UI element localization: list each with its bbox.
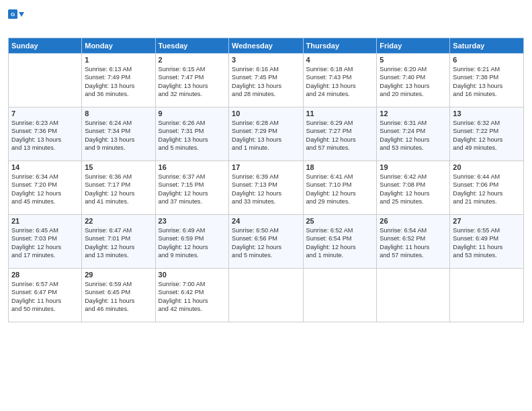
calendar-cell: 14Sunrise: 6:34 AM Sunset: 7:20 PM Dayli…: [9, 161, 82, 215]
calendar-cell: 4Sunrise: 6:18 AM Sunset: 7:43 PM Daylig…: [303, 54, 377, 107]
calendar-cell: 21Sunrise: 6:45 AM Sunset: 7:03 PM Dayli…: [9, 215, 82, 269]
day-info: Sunrise: 6:50 AM Sunset: 6:56 PM Dayligh…: [232, 226, 300, 260]
day-number: 10: [232, 109, 300, 118]
calendar-cell: 29Sunrise: 6:59 AM Sunset: 6:45 PM Dayli…: [82, 269, 155, 322]
calendar-cell: 16Sunrise: 6:37 AM Sunset: 7:15 PM Dayli…: [155, 161, 228, 215]
calendar-cell: 26Sunrise: 6:54 AM Sunset: 6:52 PM Dayli…: [377, 215, 450, 269]
calendar-cell: 17Sunrise: 6:39 AM Sunset: 7:13 PM Dayli…: [229, 161, 303, 215]
calendar-cell: 8Sunrise: 6:24 AM Sunset: 7:34 PM Daylig…: [82, 107, 155, 161]
day-number: 26: [380, 217, 447, 225]
week-row-3: 14Sunrise: 6:34 AM Sunset: 7:20 PM Dayli…: [9, 161, 524, 215]
day-info: Sunrise: 7:00 AM Sunset: 6:42 PM Dayligh…: [159, 280, 226, 314]
day-number: 9: [159, 109, 226, 118]
calendar-cell: 6Sunrise: 6:21 AM Sunset: 7:38 PM Daylig…: [450, 54, 524, 107]
calendar-cell: 25Sunrise: 6:52 AM Sunset: 6:54 PM Dayli…: [303, 215, 377, 269]
day-number: 22: [85, 217, 152, 225]
week-row-4: 21Sunrise: 6:45 AM Sunset: 7:03 PM Dayli…: [9, 215, 524, 269]
day-info: Sunrise: 6:44 AM Sunset: 7:06 PM Dayligh…: [453, 173, 521, 206]
header: G: [8, 7, 524, 32]
day-info: Sunrise: 6:54 AM Sunset: 6:52 PM Dayligh…: [380, 226, 447, 260]
col-header-saturday: Saturday: [450, 38, 524, 54]
day-info: Sunrise: 6:28 AM Sunset: 7:29 PM Dayligh…: [232, 119, 300, 152]
day-info: Sunrise: 6:21 AM Sunset: 7:38 PM Dayligh…: [453, 65, 521, 99]
day-number: 20: [453, 163, 521, 171]
day-info: Sunrise: 6:34 AM Sunset: 7:20 PM Dayligh…: [11, 173, 79, 206]
day-number: 29: [85, 271, 152, 279]
calendar-cell: 9Sunrise: 6:26 AM Sunset: 7:31 PM Daylig…: [155, 107, 228, 161]
day-number: 17: [232, 163, 300, 171]
calendar-cell: [229, 269, 303, 322]
day-number: 19: [380, 163, 447, 171]
day-number: 3: [232, 56, 300, 64]
day-number: 4: [306, 56, 374, 64]
calendar-cell: 1Sunrise: 6:13 AM Sunset: 7:49 PM Daylig…: [82, 54, 155, 107]
day-info: Sunrise: 6:13 AM Sunset: 7:49 PM Dayligh…: [85, 65, 152, 99]
calendar-cell: 20Sunrise: 6:44 AM Sunset: 7:06 PM Dayli…: [450, 161, 524, 215]
week-row-2: 7Sunrise: 6:23 AM Sunset: 7:36 PM Daylig…: [9, 107, 524, 161]
day-info: Sunrise: 6:36 AM Sunset: 7:17 PM Dayligh…: [85, 173, 152, 206]
col-header-wednesday: Wednesday: [229, 38, 303, 54]
col-header-monday: Monday: [82, 38, 155, 54]
logo: G: [8, 9, 24, 32]
day-info: Sunrise: 6:23 AM Sunset: 7:36 PM Dayligh…: [11, 119, 79, 152]
day-number: 14: [11, 163, 79, 171]
week-row-1: 1Sunrise: 6:13 AM Sunset: 7:49 PM Daylig…: [9, 54, 524, 107]
calendar-cell: 28Sunrise: 6:57 AM Sunset: 6:47 PM Dayli…: [9, 269, 82, 322]
calendar-cell: 22Sunrise: 6:47 AM Sunset: 7:01 PM Dayli…: [82, 215, 155, 269]
calendar-cell: 30Sunrise: 7:00 AM Sunset: 6:42 PM Dayli…: [155, 269, 228, 322]
col-header-friday: Friday: [377, 38, 450, 54]
day-number: 13: [453, 109, 521, 118]
calendar-cell: 10Sunrise: 6:28 AM Sunset: 7:29 PM Dayli…: [229, 107, 303, 161]
day-info: Sunrise: 6:31 AM Sunset: 7:24 PM Dayligh…: [380, 119, 447, 152]
calendar-body: 1Sunrise: 6:13 AM Sunset: 7:49 PM Daylig…: [9, 54, 524, 322]
day-info: Sunrise: 6:57 AM Sunset: 6:47 PM Dayligh…: [11, 280, 79, 314]
day-info: Sunrise: 6:37 AM Sunset: 7:15 PM Dayligh…: [159, 173, 226, 206]
day-info: Sunrise: 6:52 AM Sunset: 6:54 PM Dayligh…: [306, 226, 374, 260]
day-info: Sunrise: 6:39 AM Sunset: 7:13 PM Dayligh…: [232, 173, 300, 206]
day-number: 5: [380, 56, 447, 64]
day-number: 28: [11, 271, 79, 279]
calendar-cell: 23Sunrise: 6:49 AM Sunset: 6:59 PM Dayli…: [155, 215, 228, 269]
day-number: 12: [380, 109, 447, 118]
day-number: 1: [85, 56, 152, 64]
day-info: Sunrise: 6:32 AM Sunset: 7:22 PM Dayligh…: [453, 119, 521, 152]
day-info: Sunrise: 6:49 AM Sunset: 6:59 PM Dayligh…: [159, 226, 226, 260]
calendar-cell: 18Sunrise: 6:41 AM Sunset: 7:10 PM Dayli…: [303, 161, 377, 215]
calendar-cell: 15Sunrise: 6:36 AM Sunset: 7:17 PM Dayli…: [82, 161, 155, 215]
day-info: Sunrise: 6:16 AM Sunset: 7:45 PM Dayligh…: [232, 65, 300, 99]
day-number: 23: [159, 217, 226, 225]
day-number: 16: [159, 163, 226, 171]
day-number: 11: [306, 109, 374, 118]
calendar-cell: 2Sunrise: 6:15 AM Sunset: 7:47 PM Daylig…: [155, 54, 228, 107]
day-number: 24: [232, 217, 300, 225]
day-info: Sunrise: 6:42 AM Sunset: 7:08 PM Dayligh…: [380, 173, 447, 206]
day-info: Sunrise: 6:45 AM Sunset: 7:03 PM Dayligh…: [11, 226, 79, 260]
calendar-cell: 13Sunrise: 6:32 AM Sunset: 7:22 PM Dayli…: [450, 107, 524, 161]
day-number: 25: [306, 217, 374, 225]
day-info: Sunrise: 6:41 AM Sunset: 7:10 PM Dayligh…: [306, 173, 374, 206]
day-number: 7: [11, 109, 79, 118]
day-info: Sunrise: 6:47 AM Sunset: 7:01 PM Dayligh…: [85, 226, 152, 260]
day-info: Sunrise: 6:26 AM Sunset: 7:31 PM Dayligh…: [159, 119, 226, 152]
day-info: Sunrise: 6:29 AM Sunset: 7:27 PM Dayligh…: [306, 119, 374, 152]
calendar-cell: 27Sunrise: 6:55 AM Sunset: 6:49 PM Dayli…: [450, 215, 524, 269]
day-number: 27: [453, 217, 521, 225]
calendar-cell: 3Sunrise: 6:16 AM Sunset: 7:45 PM Daylig…: [229, 54, 303, 107]
svg-marker-2: [19, 12, 24, 17]
calendar-container: G SundayMondayTuesdayWednesdayThursdayFr…: [0, 0, 532, 328]
calendar-cell: [450, 269, 524, 322]
day-info: Sunrise: 6:24 AM Sunset: 7:34 PM Dayligh…: [85, 119, 152, 152]
calendar-cell: [377, 269, 450, 322]
day-number: 21: [11, 217, 79, 225]
col-header-tuesday: Tuesday: [155, 38, 228, 54]
calendar-cell: 11Sunrise: 6:29 AM Sunset: 7:27 PM Dayli…: [303, 107, 377, 161]
day-info: Sunrise: 6:20 AM Sunset: 7:40 PM Dayligh…: [380, 65, 447, 99]
svg-text:G: G: [11, 11, 15, 17]
day-info: Sunrise: 6:18 AM Sunset: 7:43 PM Dayligh…: [306, 65, 374, 99]
day-info: Sunrise: 6:15 AM Sunset: 7:47 PM Dayligh…: [159, 65, 226, 99]
day-number: 15: [85, 163, 152, 171]
calendar-header-row: SundayMondayTuesdayWednesdayThursdayFrid…: [9, 38, 524, 54]
calendar-cell: 5Sunrise: 6:20 AM Sunset: 7:40 PM Daylig…: [377, 54, 450, 107]
day-number: 6: [453, 56, 521, 64]
col-header-thursday: Thursday: [303, 38, 377, 54]
